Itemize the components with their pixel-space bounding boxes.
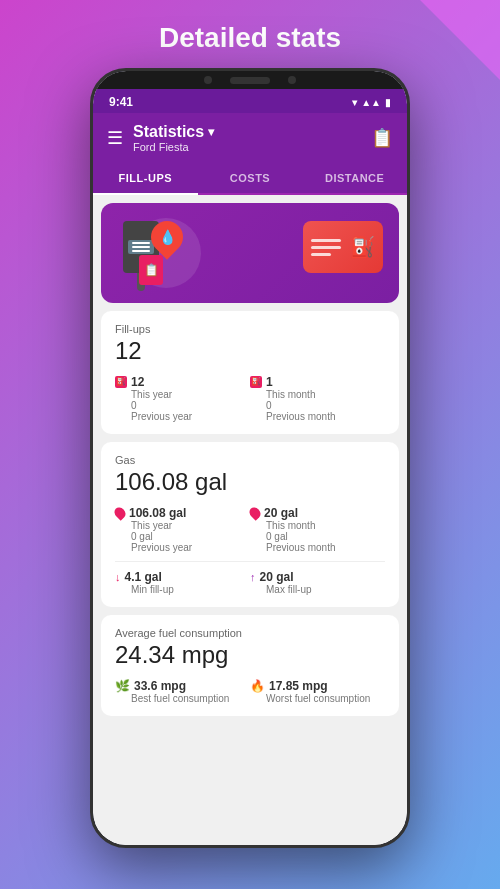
- gas-max-number: 20 gal: [260, 570, 294, 584]
- consumption-best-number: 33.6 mpg: [134, 679, 186, 693]
- card-line-3: [311, 253, 331, 256]
- card-lines: [311, 239, 341, 256]
- camera-bar: [93, 71, 407, 89]
- fillups-year-number: 12: [131, 375, 144, 389]
- status-icons: ▾ ▲▲ ▮: [352, 97, 391, 108]
- battery-icon: ▮: [385, 97, 391, 108]
- gas-label: Gas: [115, 454, 385, 466]
- header-left: ☰ Statistics ▾ Ford Fiesta: [107, 123, 214, 153]
- gas-month-value: 20 gal: [250, 506, 385, 520]
- gas-max: ↑ 20 gal Max fill-up: [250, 570, 385, 595]
- red-card: ⛽: [303, 221, 383, 273]
- gas-grid-bottom: ↓ 4.1 gal Min fill-up ↑ 20 gal Max fill-…: [115, 570, 385, 595]
- consumption-label: Average fuel consumption: [115, 627, 385, 639]
- fillups-year-prev: 0: [131, 400, 250, 411]
- gas-card: Gas 106.08 gal 106.08 gal This year 0 ga…: [101, 442, 399, 607]
- drop-icon-year: [112, 505, 128, 521]
- clipboard-icon[interactable]: 📋: [371, 127, 393, 149]
- gas-max-label: Max fill-up: [266, 584, 385, 595]
- card-line-1: [311, 239, 341, 242]
- consumption-best-label: Best fuel consumption: [131, 693, 250, 704]
- gas-year-value: 106.08 gal: [115, 506, 250, 520]
- gas-grid-top: 106.08 gal This year 0 gal Previous year…: [115, 506, 385, 553]
- gas-year-label: This year: [131, 520, 250, 531]
- tab-distance-label: DISTANCE: [325, 172, 384, 184]
- consumption-total: 24.34 mpg: [115, 641, 385, 669]
- consumption-grid: 🌿 33.6 mpg Best fuel consumption 🔥 17.85…: [115, 679, 385, 704]
- signal-icon: ▲▲: [361, 97, 381, 108]
- arrow-down-icon: ↓: [115, 571, 121, 583]
- card-line-2: [311, 246, 341, 249]
- fillups-total: 12: [115, 337, 385, 365]
- status-time: 9:41: [109, 95, 133, 109]
- tab-fill-ups-label: FILL-UPS: [119, 172, 173, 184]
- consumption-best-value: 🌿 33.6 mpg: [115, 679, 250, 693]
- gas-month-prev-label: Previous month: [266, 542, 385, 553]
- gas-month-number: 20 gal: [264, 506, 298, 520]
- fillups-card: Fill-ups 12 ⛽ 12 This year 0 Previous ye…: [101, 311, 399, 434]
- camera-right: [288, 76, 296, 84]
- wifi-icon: ▾: [352, 97, 357, 108]
- clipboard-badge: 📋: [139, 255, 163, 285]
- fillups-year-prev-value: 0: [131, 400, 137, 411]
- fillups-year-prev-label: Previous year: [131, 411, 250, 422]
- fillups-grid: ⛽ 12 This year 0 Previous year ⛽ 1: [115, 375, 385, 422]
- tab-costs-label: COSTS: [230, 172, 270, 184]
- header-main-title: Statistics ▾: [133, 123, 214, 141]
- fillups-this-month: ⛽ 1 This month 0 Previous month: [250, 375, 385, 422]
- drop-icon-month: [247, 505, 263, 521]
- camera-center: [230, 77, 270, 84]
- phone-shell: 9:41 ▾ ▲▲ ▮ ☰ Statistics ▾ Ford Fiesta 📋: [90, 68, 410, 848]
- app-header: ☰ Statistics ▾ Ford Fiesta 📋: [93, 113, 407, 163]
- tab-costs[interactable]: COSTS: [198, 163, 303, 193]
- header-title-block: Statistics ▾ Ford Fiesta: [133, 123, 214, 153]
- consumption-worst-label: Worst fuel consumption: [266, 693, 385, 704]
- gas-month-label: This month: [266, 520, 385, 531]
- consumption-worst: 🔥 17.85 mpg Worst fuel consumption: [250, 679, 385, 704]
- fire-icon: 🔥: [250, 679, 265, 693]
- fillups-year-label: This year: [131, 389, 250, 400]
- fillups-month-number: 1: [266, 375, 273, 389]
- gas-divider: [115, 561, 385, 562]
- camera-left: [204, 76, 212, 84]
- fillups-year-value: ⛽ 12: [115, 375, 250, 389]
- phone-screen: 9:41 ▾ ▲▲ ▮ ☰ Statistics ▾ Ford Fiesta 📋: [93, 71, 407, 845]
- fillups-month-value: ⛽ 1: [250, 375, 385, 389]
- gas-min-number: 4.1 gal: [125, 570, 162, 584]
- fuel-icon-month: ⛽: [250, 376, 262, 388]
- gas-max-value: ↑ 20 gal: [250, 570, 385, 584]
- gas-year-prev: 0 gal: [131, 531, 250, 542]
- content-area: 💧 📋 ⛽ Fill-ups: [93, 195, 407, 845]
- gas-total: 106.08 gal: [115, 468, 385, 496]
- leaf-icon: 🌿: [115, 679, 130, 693]
- gas-year-prev-label: Previous year: [131, 542, 250, 553]
- hamburger-menu[interactable]: ☰: [107, 127, 123, 149]
- deco-triangle: [420, 0, 500, 80]
- tab-distance[interactable]: DISTANCE: [302, 163, 407, 193]
- fillups-month-prev-label: Previous month: [266, 411, 385, 422]
- dropdown-arrow-icon[interactable]: ▾: [208, 125, 214, 139]
- arrow-up-icon: ↑: [250, 571, 256, 583]
- car-model-label: Ford Fiesta: [133, 141, 214, 153]
- gas-min: ↓ 4.1 gal Min fill-up: [115, 570, 250, 595]
- gas-month-prev: 0 gal: [266, 531, 385, 542]
- tab-bar: FILL-UPS COSTS DISTANCE: [93, 163, 407, 195]
- gas-this-year: 106.08 gal This year 0 gal Previous year: [115, 506, 250, 553]
- fuel-icon-year: ⛽: [115, 376, 127, 388]
- fillups-label: Fill-ups: [115, 323, 385, 335]
- fuel-pump-icon: ⛽: [350, 235, 375, 259]
- consumption-worst-number: 17.85 mpg: [269, 679, 328, 693]
- consumption-worst-value: 🔥 17.85 mpg: [250, 679, 385, 693]
- gas-year-number: 106.08 gal: [129, 506, 186, 520]
- hero-banner: 💧 📋 ⛽: [101, 203, 399, 303]
- gas-min-label: Min fill-up: [131, 584, 250, 595]
- fillups-this-year: ⛽ 12 This year 0 Previous year: [115, 375, 250, 422]
- status-bar: 9:41 ▾ ▲▲ ▮: [93, 89, 407, 113]
- consumption-card: Average fuel consumption 24.34 mpg 🌿 33.…: [101, 615, 399, 716]
- gas-min-value: ↓ 4.1 gal: [115, 570, 250, 584]
- gas-this-month: 20 gal This month 0 gal Previous month: [250, 506, 385, 553]
- tab-fill-ups[interactable]: FILL-UPS: [93, 163, 198, 193]
- fillups-month-label: This month: [266, 389, 385, 400]
- consumption-best: 🌿 33.6 mpg Best fuel consumption: [115, 679, 250, 704]
- car-name-label: Statistics: [133, 123, 204, 141]
